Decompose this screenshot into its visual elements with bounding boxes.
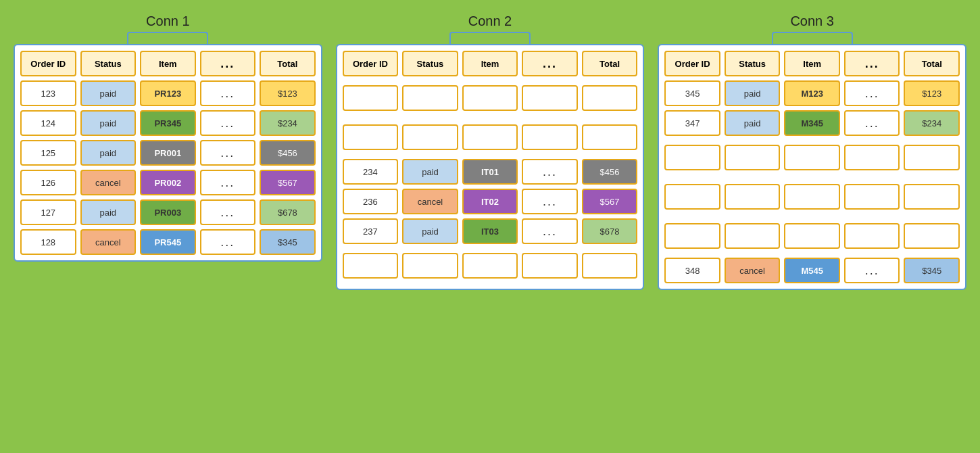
cell-status: paid — [402, 218, 458, 244]
header-cell-1: Status — [402, 51, 458, 76]
empty-cell-4 — [582, 85, 638, 111]
cell-total: $456 — [260, 140, 316, 166]
cell-dots: ... — [200, 170, 256, 195]
cell-status: cancel — [725, 258, 781, 283]
empty-cell-2 — [784, 145, 840, 170]
table-data-row: 123paidPR123...$123 — [20, 80, 316, 106]
empty-cell-0 — [664, 223, 720, 249]
header-cell-2: Item — [462, 51, 518, 76]
empty-cell-1 — [725, 223, 781, 249]
empty-cell-2 — [784, 223, 840, 249]
header-cell-0: Order ID — [664, 51, 720, 76]
table-data-row: 236cancelIT02...$567 — [343, 189, 638, 214]
cell-status: paid — [80, 110, 137, 136]
cell-item: PR002 — [140, 170, 196, 195]
header-cell-1: Status — [80, 51, 137, 76]
cell-item: PR001 — [140, 140, 196, 166]
cell-dots: ... — [200, 199, 256, 225]
empty-cell-3 — [844, 145, 900, 170]
cell-status: cancel — [80, 170, 137, 195]
header-cell-2: Item — [784, 51, 840, 76]
cell-orderid: 123 — [20, 80, 76, 106]
conn-table-3: Order IDStatusItem...Total345paidM123...… — [658, 44, 966, 290]
conn-table-1: Order IDStatusItem...Total123paidPR123..… — [14, 44, 322, 262]
cell-orderid: 125 — [20, 140, 76, 166]
cell-total: $678 — [260, 199, 316, 225]
empty-cell-2 — [784, 184, 840, 210]
cell-total: $345 — [904, 258, 960, 283]
cell-dots: ... — [200, 229, 256, 255]
cell-total: $567 — [260, 170, 316, 195]
empty-cell-3 — [522, 124, 578, 150]
empty-cell-4 — [904, 145, 960, 170]
header-cell-3: ... — [844, 51, 900, 76]
cell-orderid: 234 — [343, 159, 399, 185]
cell-dots: ... — [200, 110, 256, 136]
conn-title-2: Conn 2 — [468, 14, 512, 29]
empty-cell-3 — [844, 223, 900, 249]
cell-status: cancel — [80, 229, 137, 255]
empty-cell-1 — [402, 85, 458, 111]
table-data-row — [343, 120, 638, 155]
empty-cell-3 — [522, 85, 578, 111]
empty-cell-4 — [582, 124, 638, 150]
table-data-row — [343, 248, 638, 283]
empty-cell-0 — [664, 184, 720, 210]
cell-item: IT01 — [462, 159, 518, 185]
table-data-row — [343, 80, 638, 116]
header-cell-0: Order ID — [20, 51, 76, 76]
header-cell-4: Total — [582, 51, 638, 76]
empty-cell-4 — [904, 184, 960, 210]
table-data-row — [664, 179, 960, 214]
cell-total: $234 — [904, 110, 960, 136]
table-data-row — [664, 140, 960, 175]
cell-total: $567 — [582, 189, 638, 214]
cell-status: paid — [402, 159, 458, 185]
table-data-row: 128cancelPR545...$345 — [20, 229, 316, 255]
cell-dots: ... — [844, 258, 900, 283]
conn-title-1: Conn 1 — [146, 14, 190, 29]
cell-total: $123 — [904, 80, 960, 106]
cell-total: $456 — [582, 159, 638, 185]
cell-total: $123 — [260, 80, 316, 106]
header-cell-3: ... — [522, 51, 578, 76]
cell-status: paid — [725, 80, 781, 106]
cell-total: $678 — [582, 218, 638, 244]
empty-cell-0 — [343, 124, 399, 150]
table-data-row: 348cancelM545...$345 — [664, 258, 960, 283]
cell-orderid: 127 — [20, 199, 76, 225]
header-cell-3: ... — [200, 51, 256, 76]
cell-total: $234 — [260, 110, 316, 136]
cell-orderid: 348 — [664, 258, 720, 283]
cell-status: paid — [80, 140, 137, 166]
cell-item: PR545 — [140, 229, 196, 255]
cell-item: PR123 — [140, 80, 196, 106]
cell-dots: ... — [200, 80, 256, 106]
conn-block-1: Conn 1Order IDStatusItem...Total123paidP… — [14, 14, 322, 262]
cell-orderid: 345 — [664, 80, 720, 106]
table-data-row: 234paidIT01...$456 — [343, 159, 638, 185]
empty-cell-0 — [343, 253, 399, 279]
table-data-row: 124paidPR345...$234 — [20, 110, 316, 136]
empty-cell-1 — [725, 184, 781, 210]
empty-cell-1 — [725, 145, 781, 170]
cell-orderid: 236 — [343, 189, 399, 214]
cell-orderid: 237 — [343, 218, 399, 244]
table-data-row: 126cancelPR002...$567 — [20, 170, 316, 195]
empty-cell-3 — [844, 184, 900, 210]
cell-dots: ... — [522, 189, 578, 214]
cell-total: $345 — [260, 229, 316, 255]
table-header-row: Order IDStatusItem...Total — [343, 51, 638, 76]
cell-item: IT02 — [462, 189, 518, 214]
header-cell-4: Total — [904, 51, 960, 76]
conn-block-2: Conn 2Order IDStatusItem...Total234paidI… — [336, 14, 645, 290]
cell-dots: ... — [200, 140, 256, 166]
conn-table-2: Order IDStatusItem...Total234paidIT01...… — [336, 44, 645, 290]
cell-dots: ... — [522, 218, 578, 244]
header-cell-2: Item — [140, 51, 196, 76]
empty-cell-1 — [402, 124, 458, 150]
conn-brace-3 — [772, 32, 853, 44]
cell-status: paid — [80, 80, 137, 106]
empty-cell-4 — [904, 223, 960, 249]
cell-item: PR345 — [140, 110, 196, 136]
